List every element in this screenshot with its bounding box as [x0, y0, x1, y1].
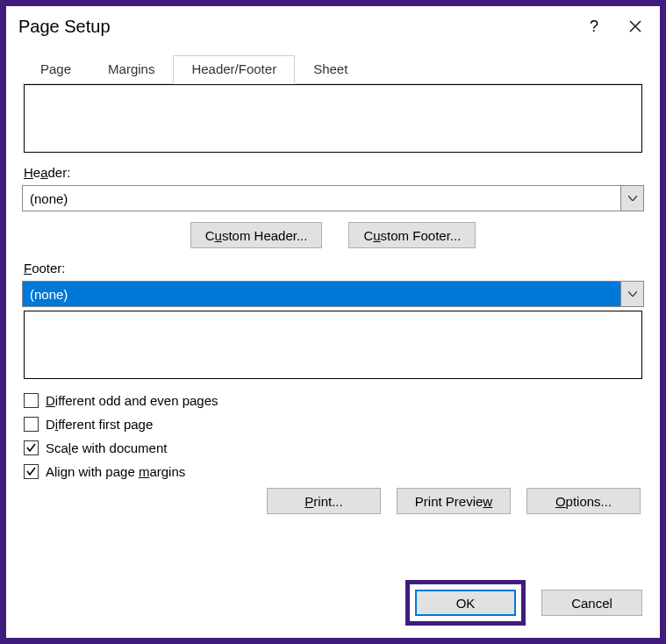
- tab-strip: Page Margins Header/Footer Sheet: [22, 55, 644, 84]
- close-button[interactable]: [618, 13, 653, 39]
- header-combo-value: (none): [23, 186, 620, 211]
- tab-sheet[interactable]: Sheet: [295, 55, 366, 84]
- ok-label: OK: [456, 596, 476, 611]
- header-combo-arrow[interactable]: [620, 186, 643, 211]
- tab-margins-label: Margins: [108, 61, 154, 76]
- tab-header-footer[interactable]: Header/Footer: [173, 55, 295, 84]
- check-diff-first[interactable]: Different first page: [24, 417, 644, 432]
- page-setup-dialog: Page Setup ? Page Margins Header/Footer …: [6, 6, 660, 638]
- check-scale-doc[interactable]: Scale with document: [24, 440, 644, 455]
- custom-buttons-row: Custom Header... Custom Footer...: [22, 222, 644, 248]
- tab-sheet-label: Sheet: [313, 61, 347, 76]
- dialog-footer-buttons: OK Cancel: [405, 580, 642, 626]
- check-align-margins[interactable]: Align with page margins: [24, 464, 644, 479]
- check-icon: [26, 443, 36, 453]
- check-icon: [26, 467, 36, 476]
- check-diff-odd-even[interactable]: Different odd and even pages: [24, 393, 644, 408]
- footer-combo-arrow[interactable]: [620, 282, 643, 306]
- footer-combo[interactable]: (none): [22, 281, 644, 307]
- tab-page-label: Page: [40, 61, 71, 76]
- close-icon: [629, 20, 641, 32]
- print-button[interactable]: Print...: [267, 488, 381, 514]
- custom-footer-button[interactable]: Custom Footer...: [348, 222, 476, 248]
- checkbox-group: Different odd and even pages Different f…: [24, 393, 644, 479]
- check-align-label: Align with page margins: [46, 464, 185, 479]
- help-button[interactable]: ?: [576, 13, 612, 39]
- chevron-down-icon: [628, 196, 637, 201]
- ok-highlight: OK: [405, 580, 526, 626]
- checkbox-scale[interactable]: [24, 440, 39, 455]
- tab-hf-label: Header/Footer: [191, 61, 276, 76]
- tab-page[interactable]: Page: [22, 55, 90, 84]
- header-preview: [24, 84, 642, 153]
- options-button[interactable]: Options...: [526, 488, 641, 514]
- header-combo[interactable]: (none): [22, 185, 644, 211]
- footer-preview: [24, 311, 642, 379]
- chevron-down-icon: [628, 291, 637, 297]
- header-footer-pane: HeaHeader:der: (none) Custom Header... C…: [22, 84, 644, 514]
- action-buttons-row: Print... Print Preview Options...: [22, 488, 644, 514]
- tab-margins[interactable]: Margins: [90, 55, 173, 84]
- print-preview-button[interactable]: Print Preview: [397, 488, 511, 514]
- dialog-title: Page Setup: [18, 17, 111, 37]
- check-scale-label: Scale with document: [46, 440, 167, 455]
- footer-combo-value: (none): [23, 282, 620, 306]
- ok-button[interactable]: OK: [415, 590, 516, 616]
- titlebar: Page Setup ?: [6, 6, 660, 47]
- check-diff-first-label: Different first page: [46, 417, 153, 432]
- content-area: Page Margins Header/Footer Sheet HeaHead…: [6, 47, 660, 514]
- header-label: HeaHeader:der:: [24, 165, 644, 180]
- check-diff-odd-label: Different odd and even pages: [46, 393, 218, 408]
- checkbox-diff-odd[interactable]: [24, 393, 39, 408]
- checkbox-align[interactable]: [24, 464, 39, 479]
- custom-header-button[interactable]: Custom Header...: [190, 222, 323, 248]
- cancel-label: Cancel: [571, 596, 612, 611]
- help-icon: ?: [590, 18, 598, 36]
- cancel-button[interactable]: Cancel: [541, 590, 642, 616]
- checkbox-diff-first[interactable]: [24, 417, 39, 432]
- footer-label: Footer:Footer:: [24, 261, 644, 275]
